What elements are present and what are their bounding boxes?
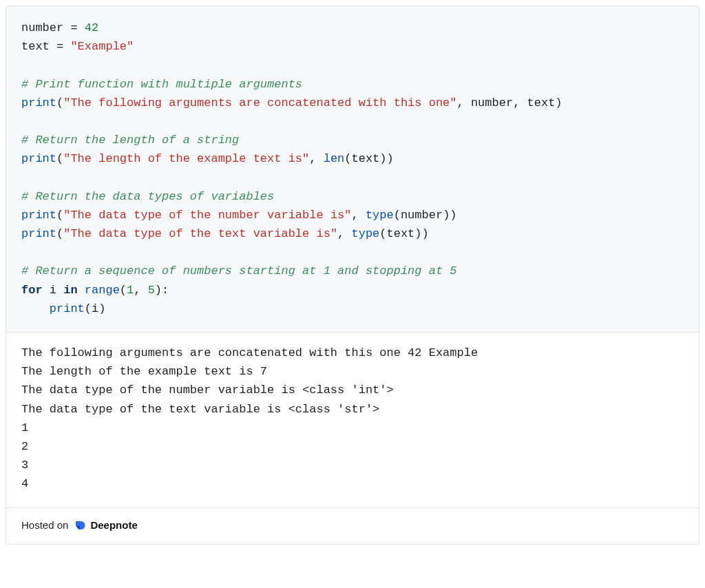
code-cell: number = 42 text = "Example" # Print fun… bbox=[6, 6, 699, 333]
code-line: print("The data type of the text variabl… bbox=[21, 227, 429, 240]
output-cell: The following arguments are concatenated… bbox=[6, 333, 699, 508]
comment: # Print function with multiple arguments bbox=[21, 78, 302, 91]
fn-call: type bbox=[366, 209, 394, 222]
assign-op: = bbox=[50, 40, 71, 53]
paren: ) bbox=[98, 302, 105, 315]
comma: , bbox=[337, 227, 351, 240]
fn-call: print bbox=[21, 227, 56, 240]
comment: # Return a sequence of numbers starting … bbox=[21, 264, 457, 277]
comma: , bbox=[134, 284, 147, 297]
keyword: for bbox=[21, 284, 43, 297]
comma: , bbox=[352, 209, 366, 222]
space bbox=[56, 284, 63, 297]
deepnote-icon bbox=[74, 519, 86, 532]
paren: ( bbox=[56, 227, 63, 240]
fn-call: print bbox=[50, 302, 85, 315]
fn-call: range bbox=[85, 284, 120, 297]
fn-call: type bbox=[352, 227, 380, 240]
code-line: # Return a sequence of numbers starting … bbox=[21, 264, 457, 277]
paren: ) bbox=[450, 209, 456, 222]
paren: ( bbox=[56, 96, 63, 109]
paren: ( bbox=[56, 209, 63, 222]
code-line: # Print function with multiple arguments bbox=[21, 78, 302, 91]
fn-call: print bbox=[21, 152, 56, 165]
paren: ) bbox=[387, 152, 394, 165]
paren: ( bbox=[56, 152, 63, 165]
paren: ( bbox=[344, 152, 351, 165]
paren: ( bbox=[120, 284, 127, 297]
output-line: The following arguments are concatenated… bbox=[21, 346, 478, 359]
code-line: print("The following arguments are conca… bbox=[21, 96, 562, 109]
paren: ) bbox=[422, 227, 429, 240]
fn-call: print bbox=[21, 209, 56, 222]
code-line: print(i) bbox=[21, 302, 105, 315]
arg: number bbox=[471, 96, 513, 109]
code-line: print("The length of the example text is… bbox=[21, 152, 394, 165]
code-line: print("The data type of the number varia… bbox=[21, 209, 457, 222]
comma: , bbox=[513, 96, 527, 109]
string-literal: "Example" bbox=[70, 40, 134, 53]
output-line: The data type of the number variable is … bbox=[21, 384, 394, 397]
number-literal: 5 bbox=[148, 284, 155, 297]
comma: , bbox=[457, 96, 471, 109]
var-name: i bbox=[50, 284, 56, 297]
output-line: The length of the example text is 7 bbox=[21, 365, 267, 378]
arg: text bbox=[527, 96, 556, 109]
arg: i bbox=[92, 302, 98, 315]
paren: ) bbox=[155, 284, 162, 297]
colon: : bbox=[162, 284, 169, 297]
paren: ( bbox=[394, 209, 401, 222]
comma: , bbox=[309, 152, 323, 165]
output-line: 3 bbox=[21, 459, 28, 472]
fn-call: print bbox=[21, 96, 56, 109]
arg: text bbox=[387, 227, 415, 240]
number-literal: 1 bbox=[127, 284, 134, 297]
string-literal: "The following arguments are concatenate… bbox=[63, 96, 456, 109]
number-literal: 42 bbox=[85, 21, 98, 34]
keyword: in bbox=[63, 284, 77, 297]
code-line: for i in range(1, 5): bbox=[21, 284, 169, 297]
paren: ) bbox=[414, 227, 421, 240]
paren: ( bbox=[379, 227, 386, 240]
output-line: 4 bbox=[21, 477, 28, 490]
comment: # Return the data types of variables bbox=[21, 190, 274, 203]
comment: # Return the length of a string bbox=[21, 134, 239, 147]
deepnote-brand: Deepnote bbox=[90, 519, 137, 531]
string-literal: "The data type of the text variable is" bbox=[63, 227, 337, 240]
output-line: 2 bbox=[21, 440, 28, 453]
string-literal: "The data type of the number variable is… bbox=[63, 209, 351, 222]
string-literal: "The length of the example text is" bbox=[63, 152, 309, 165]
hosted-on-label: Hosted on bbox=[21, 519, 68, 531]
output-line: The data type of the text variable is <c… bbox=[21, 403, 379, 416]
indent bbox=[21, 302, 50, 315]
arg: number bbox=[401, 209, 443, 222]
code-line: # Return the length of a string bbox=[21, 134, 239, 147]
output-line: 1 bbox=[21, 421, 28, 434]
space bbox=[43, 284, 50, 297]
var-name: text bbox=[21, 40, 50, 53]
fn-call: len bbox=[324, 152, 345, 165]
code-line: text = "Example" bbox=[21, 40, 134, 53]
paren: ) bbox=[379, 152, 386, 165]
paren: ) bbox=[443, 209, 450, 222]
space bbox=[78, 284, 85, 297]
hosted-footer[interactable]: Hosted on Deepnote bbox=[6, 508, 699, 544]
assign-op: = bbox=[63, 21, 85, 34]
paren: ) bbox=[555, 96, 562, 109]
var-name: number bbox=[21, 21, 63, 34]
arg: text bbox=[352, 152, 380, 165]
notebook-card: number = 42 text = "Example" # Print fun… bbox=[6, 6, 699, 545]
paren: ( bbox=[85, 302, 92, 315]
code-line: # Return the data types of variables bbox=[21, 190, 274, 203]
code-line: number = 42 bbox=[21, 21, 98, 34]
